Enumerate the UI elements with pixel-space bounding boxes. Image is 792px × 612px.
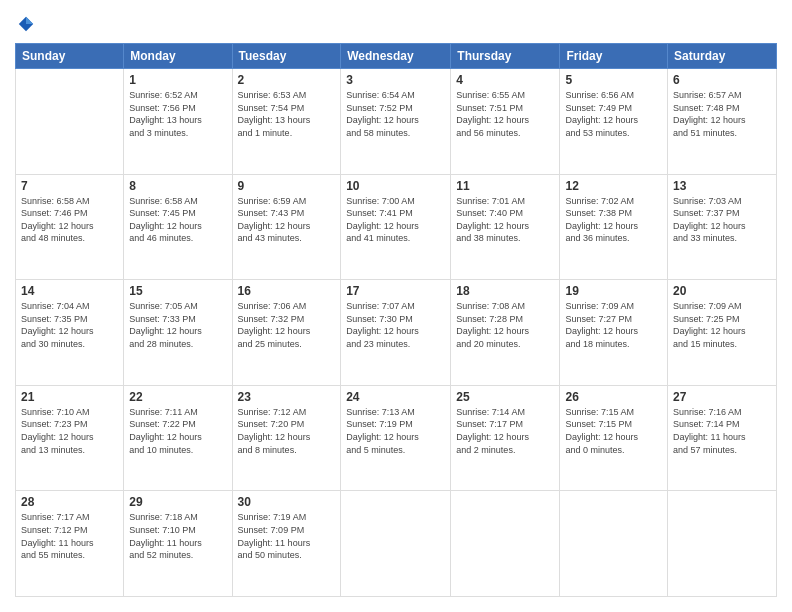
day-number: 20: [673, 284, 771, 298]
day-info: Sunrise: 6:54 AM Sunset: 7:52 PM Dayligh…: [346, 89, 445, 139]
day-number: 15: [129, 284, 226, 298]
calendar-cell: [560, 491, 668, 597]
day-info: Sunrise: 7:12 AM Sunset: 7:20 PM Dayligh…: [238, 406, 336, 456]
day-number: 16: [238, 284, 336, 298]
header: [15, 15, 777, 33]
calendar-cell: 6Sunrise: 6:57 AM Sunset: 7:48 PM Daylig…: [668, 69, 777, 175]
day-number: 28: [21, 495, 118, 509]
calendar-cell: 28Sunrise: 7:17 AM Sunset: 7:12 PM Dayli…: [16, 491, 124, 597]
day-number: 19: [565, 284, 662, 298]
day-number: 1: [129, 73, 226, 87]
day-info: Sunrise: 6:55 AM Sunset: 7:51 PM Dayligh…: [456, 89, 554, 139]
day-info: Sunrise: 6:58 AM Sunset: 7:45 PM Dayligh…: [129, 195, 226, 245]
day-info: Sunrise: 7:11 AM Sunset: 7:22 PM Dayligh…: [129, 406, 226, 456]
day-info: Sunrise: 6:56 AM Sunset: 7:49 PM Dayligh…: [565, 89, 662, 139]
day-number: 4: [456, 73, 554, 87]
calendar-cell: 2Sunrise: 6:53 AM Sunset: 7:54 PM Daylig…: [232, 69, 341, 175]
day-info: Sunrise: 7:08 AM Sunset: 7:28 PM Dayligh…: [456, 300, 554, 350]
day-number: 9: [238, 179, 336, 193]
weekday-header-saturday: Saturday: [668, 44, 777, 69]
weekday-header-thursday: Thursday: [451, 44, 560, 69]
day-number: 22: [129, 390, 226, 404]
day-number: 5: [565, 73, 662, 87]
day-info: Sunrise: 7:10 AM Sunset: 7:23 PM Dayligh…: [21, 406, 118, 456]
day-number: 14: [21, 284, 118, 298]
day-number: 23: [238, 390, 336, 404]
day-number: 13: [673, 179, 771, 193]
logo-icon: [17, 15, 35, 33]
day-number: 12: [565, 179, 662, 193]
calendar-cell: 14Sunrise: 7:04 AM Sunset: 7:35 PM Dayli…: [16, 280, 124, 386]
calendar-cell: 26Sunrise: 7:15 AM Sunset: 7:15 PM Dayli…: [560, 385, 668, 491]
day-info: Sunrise: 6:52 AM Sunset: 7:56 PM Dayligh…: [129, 89, 226, 139]
calendar-cell: 10Sunrise: 7:00 AM Sunset: 7:41 PM Dayli…: [341, 174, 451, 280]
day-number: 27: [673, 390, 771, 404]
weekday-header-friday: Friday: [560, 44, 668, 69]
day-info: Sunrise: 7:00 AM Sunset: 7:41 PM Dayligh…: [346, 195, 445, 245]
calendar-week-3: 14Sunrise: 7:04 AM Sunset: 7:35 PM Dayli…: [16, 280, 777, 386]
calendar-cell: 8Sunrise: 6:58 AM Sunset: 7:45 PM Daylig…: [124, 174, 232, 280]
day-info: Sunrise: 7:07 AM Sunset: 7:30 PM Dayligh…: [346, 300, 445, 350]
calendar-cell: 29Sunrise: 7:18 AM Sunset: 7:10 PM Dayli…: [124, 491, 232, 597]
weekday-header-wednesday: Wednesday: [341, 44, 451, 69]
calendar-cell: 20Sunrise: 7:09 AM Sunset: 7:25 PM Dayli…: [668, 280, 777, 386]
calendar-cell: 27Sunrise: 7:16 AM Sunset: 7:14 PM Dayli…: [668, 385, 777, 491]
day-info: Sunrise: 6:58 AM Sunset: 7:46 PM Dayligh…: [21, 195, 118, 245]
day-number: 3: [346, 73, 445, 87]
day-info: Sunrise: 7:02 AM Sunset: 7:38 PM Dayligh…: [565, 195, 662, 245]
day-info: Sunrise: 7:01 AM Sunset: 7:40 PM Dayligh…: [456, 195, 554, 245]
calendar-cell: 30Sunrise: 7:19 AM Sunset: 7:09 PM Dayli…: [232, 491, 341, 597]
logo: [15, 15, 35, 33]
day-info: Sunrise: 7:03 AM Sunset: 7:37 PM Dayligh…: [673, 195, 771, 245]
svg-marker-1: [26, 17, 33, 24]
weekday-header-monday: Monday: [124, 44, 232, 69]
day-number: 11: [456, 179, 554, 193]
day-number: 26: [565, 390, 662, 404]
day-number: 6: [673, 73, 771, 87]
calendar-cell: 9Sunrise: 6:59 AM Sunset: 7:43 PM Daylig…: [232, 174, 341, 280]
calendar-cell: [341, 491, 451, 597]
day-number: 18: [456, 284, 554, 298]
calendar-cell: 22Sunrise: 7:11 AM Sunset: 7:22 PM Dayli…: [124, 385, 232, 491]
day-number: 25: [456, 390, 554, 404]
calendar-cell: 21Sunrise: 7:10 AM Sunset: 7:23 PM Dayli…: [16, 385, 124, 491]
day-info: Sunrise: 7:06 AM Sunset: 7:32 PM Dayligh…: [238, 300, 336, 350]
calendar-cell: [668, 491, 777, 597]
calendar: SundayMondayTuesdayWednesdayThursdayFrid…: [15, 43, 777, 597]
day-info: Sunrise: 6:57 AM Sunset: 7:48 PM Dayligh…: [673, 89, 771, 139]
calendar-cell: 17Sunrise: 7:07 AM Sunset: 7:30 PM Dayli…: [341, 280, 451, 386]
calendar-week-2: 7Sunrise: 6:58 AM Sunset: 7:46 PM Daylig…: [16, 174, 777, 280]
day-number: 17: [346, 284, 445, 298]
calendar-cell: 7Sunrise: 6:58 AM Sunset: 7:46 PM Daylig…: [16, 174, 124, 280]
calendar-cell: 3Sunrise: 6:54 AM Sunset: 7:52 PM Daylig…: [341, 69, 451, 175]
day-info: Sunrise: 7:14 AM Sunset: 7:17 PM Dayligh…: [456, 406, 554, 456]
calendar-header-row: SundayMondayTuesdayWednesdayThursdayFrid…: [16, 44, 777, 69]
calendar-cell: 23Sunrise: 7:12 AM Sunset: 7:20 PM Dayli…: [232, 385, 341, 491]
calendar-cell: 24Sunrise: 7:13 AM Sunset: 7:19 PM Dayli…: [341, 385, 451, 491]
calendar-week-5: 28Sunrise: 7:17 AM Sunset: 7:12 PM Dayli…: [16, 491, 777, 597]
weekday-header-tuesday: Tuesday: [232, 44, 341, 69]
day-info: Sunrise: 7:09 AM Sunset: 7:27 PM Dayligh…: [565, 300, 662, 350]
calendar-cell: 1Sunrise: 6:52 AM Sunset: 7:56 PM Daylig…: [124, 69, 232, 175]
day-info: Sunrise: 7:19 AM Sunset: 7:09 PM Dayligh…: [238, 511, 336, 561]
day-number: 29: [129, 495, 226, 509]
day-info: Sunrise: 6:53 AM Sunset: 7:54 PM Dayligh…: [238, 89, 336, 139]
calendar-cell: 19Sunrise: 7:09 AM Sunset: 7:27 PM Dayli…: [560, 280, 668, 386]
day-number: 10: [346, 179, 445, 193]
calendar-week-1: 1Sunrise: 6:52 AM Sunset: 7:56 PM Daylig…: [16, 69, 777, 175]
page: SundayMondayTuesdayWednesdayThursdayFrid…: [0, 0, 792, 612]
day-number: 8: [129, 179, 226, 193]
calendar-cell: [16, 69, 124, 175]
day-info: Sunrise: 7:15 AM Sunset: 7:15 PM Dayligh…: [565, 406, 662, 456]
day-info: Sunrise: 7:05 AM Sunset: 7:33 PM Dayligh…: [129, 300, 226, 350]
weekday-header-sunday: Sunday: [16, 44, 124, 69]
calendar-cell: 5Sunrise: 6:56 AM Sunset: 7:49 PM Daylig…: [560, 69, 668, 175]
calendar-cell: 4Sunrise: 6:55 AM Sunset: 7:51 PM Daylig…: [451, 69, 560, 175]
day-info: Sunrise: 6:59 AM Sunset: 7:43 PM Dayligh…: [238, 195, 336, 245]
calendar-cell: 11Sunrise: 7:01 AM Sunset: 7:40 PM Dayli…: [451, 174, 560, 280]
calendar-cell: 18Sunrise: 7:08 AM Sunset: 7:28 PM Dayli…: [451, 280, 560, 386]
day-number: 2: [238, 73, 336, 87]
day-number: 30: [238, 495, 336, 509]
day-info: Sunrise: 7:17 AM Sunset: 7:12 PM Dayligh…: [21, 511, 118, 561]
day-info: Sunrise: 7:04 AM Sunset: 7:35 PM Dayligh…: [21, 300, 118, 350]
